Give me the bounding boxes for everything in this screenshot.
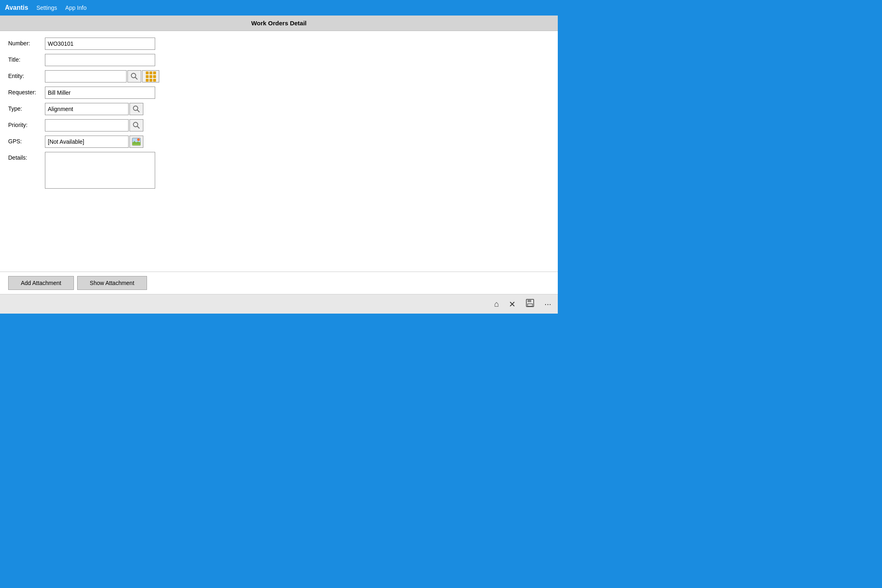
more-icon[interactable]: ··· [544, 299, 551, 309]
svg-rect-13 [528, 304, 532, 306]
requester-label: Requester: [8, 87, 45, 96]
svg-rect-12 [528, 299, 531, 302]
map-icon [132, 138, 141, 146]
details-label: Details: [8, 152, 45, 161]
details-row: Details: [8, 152, 550, 189]
details-textarea[interactable] [45, 152, 155, 189]
svg-point-10 [138, 139, 139, 140]
svg-line-3 [138, 110, 140, 112]
number-label: Number: [8, 38, 45, 47]
save-icon[interactable] [526, 298, 535, 310]
search-icon [130, 72, 138, 80]
close-icon[interactable]: ✕ [509, 299, 516, 309]
main-content: Work Orders Detail Number: Title: Entity… [0, 16, 558, 294]
type-row: Type: [8, 103, 550, 115]
type-search-button[interactable] [129, 103, 143, 115]
add-attachment-button[interactable]: Add Attachment [8, 276, 74, 290]
menu-item-settings[interactable]: Settings [36, 4, 57, 11]
title-label: Title: [8, 54, 45, 63]
priority-row: Priority: [8, 119, 550, 131]
entity-input[interactable] [45, 70, 127, 82]
svg-line-1 [136, 78, 138, 80]
svg-point-0 [131, 74, 136, 78]
number-input[interactable] [45, 38, 155, 50]
search-icon [132, 105, 140, 113]
home-icon[interactable]: ⌂ [494, 299, 499, 309]
entity-label: Entity: [8, 70, 45, 79]
page-title: Work Orders Detail [0, 16, 558, 31]
type-input[interactable] [45, 103, 129, 115]
entity-row: Entity: [8, 70, 550, 82]
search-icon [132, 121, 140, 129]
grid-dots-icon [146, 71, 156, 82]
gps-map-button[interactable] [129, 136, 143, 148]
gps-input[interactable] [45, 136, 129, 148]
svg-line-5 [138, 127, 140, 129]
title-input[interactable] [45, 54, 155, 66]
title-row: Title: [8, 54, 550, 66]
entity-search-button[interactable] [127, 70, 141, 82]
save-icon-svg [526, 298, 535, 307]
number-row: Number: [8, 38, 550, 50]
app-brand: Avantis [5, 4, 28, 11]
svg-point-4 [134, 122, 138, 127]
form-area: Number: Title: Entity: [0, 31, 558, 272]
priority-input[interactable] [45, 119, 129, 131]
menu-item-appinfo[interactable]: App Info [65, 4, 87, 11]
entity-grid-button[interactable] [142, 70, 159, 82]
requester-row: Requester: [8, 87, 550, 99]
gps-label: GPS: [8, 136, 45, 145]
bottom-buttons: Add Attachment Show Attachment [0, 272, 558, 294]
gps-row: GPS: [8, 136, 550, 148]
top-bar: Avantis Settings App Info [0, 0, 558, 16]
show-attachment-button[interactable]: Show Attachment [77, 276, 147, 290]
priority-label: Priority: [8, 119, 45, 128]
requester-input[interactable] [45, 87, 155, 99]
svg-point-2 [134, 106, 138, 111]
priority-search-button[interactable] [129, 119, 143, 131]
type-label: Type: [8, 103, 45, 112]
taskbar: ⌂ ✕ ··· [0, 294, 558, 314]
